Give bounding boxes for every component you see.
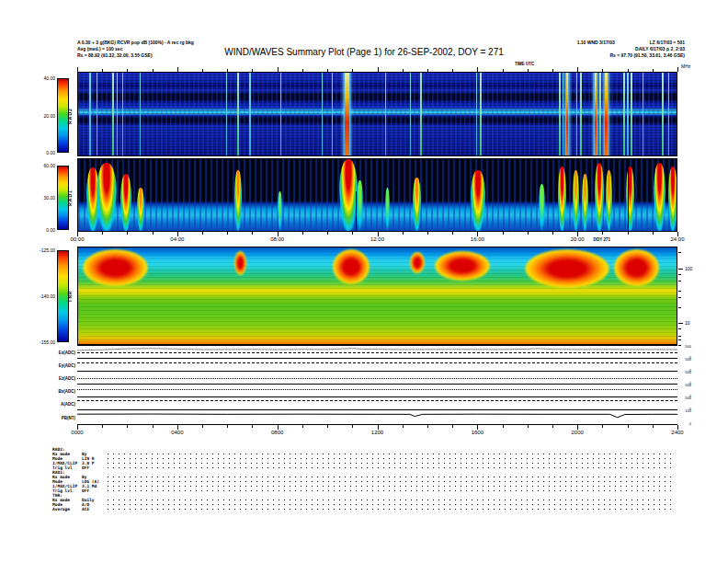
legend-row: AverageACE — [52, 507, 676, 511]
hour-tick — [153, 232, 154, 235]
mid-time-axis-labels: DOY 271 00:0004:0008:0012:0016:0020:0024… — [77, 236, 677, 244]
rad2-burst-streak — [580, 73, 582, 155]
rad2-burst-streak — [280, 73, 281, 155]
hour-tick — [352, 425, 353, 428]
legend-dot-leader — [108, 477, 676, 477]
rad2-burst-streak — [332, 73, 333, 155]
hour-tick — [503, 232, 504, 235]
legend-dot-leader — [108, 486, 676, 487]
rad2-burst-streak — [643, 73, 643, 155]
rad1-radio-burst — [582, 174, 588, 231]
rad2-burst-streak — [117, 73, 118, 155]
colorbar-tick-label: 0.00 — [46, 150, 55, 155]
tnr-emission-blob — [525, 249, 609, 288]
rad2-burst-streak — [662, 73, 664, 155]
legend-dot-leader — [108, 458, 676, 459]
rad2-burst-streak — [631, 73, 632, 155]
hour-tick — [302, 232, 303, 235]
rad2-burst-streak — [627, 73, 629, 155]
processing-info-line1: A 0.30 + 3 g(BKG) RCVR pop dB (100%) - A… — [77, 40, 194, 46]
rad1-radio-burst — [137, 188, 144, 231]
rad2-burst-streak — [476, 73, 477, 155]
strip-panel-6: PB(NT)1000 — [77, 409, 677, 425]
hour-tick — [503, 425, 504, 428]
freq-tick — [678, 339, 681, 340]
strip-trace — [77, 410, 677, 424]
legend-dot-leader — [108, 509, 676, 510]
time-tick-label: 08:00 — [270, 236, 284, 242]
rad1-radio-burst — [595, 163, 604, 231]
time-tick-label: 16:00 — [471, 236, 484, 242]
rad2-burst-streak — [122, 73, 123, 155]
legend-dot-leader — [108, 463, 676, 464]
rad2-burst-streak — [322, 73, 323, 155]
strip-panel-label: A(ADC) — [42, 401, 75, 406]
rad2-burst-streak — [226, 73, 227, 155]
threshold-line — [77, 378, 677, 379]
legend-dot-leader — [108, 500, 676, 500]
rad2-burst-streak — [563, 73, 563, 155]
hour-tick — [602, 425, 603, 428]
time-axis-title: TIME UTC — [515, 62, 534, 66]
spacecraft-position-end: Rs = 97.70 (91.50, 33.61, 3.46 GSE) — [577, 52, 685, 59]
rad1-radio-burst — [413, 178, 421, 232]
legend-dot-leader — [108, 490, 676, 491]
time-tick-label: 20:00 — [571, 236, 585, 242]
hour-tick — [202, 425, 203, 428]
colorbar-tick-label: 0.00 — [46, 227, 55, 233]
freq-tick — [678, 297, 681, 298]
hour-tick — [528, 232, 529, 235]
rad2-burst-streak — [140, 73, 141, 155]
hour-tick — [252, 425, 253, 428]
daily-info: DAILY 6/17/03 p 2, 2:03 — [577, 46, 685, 52]
threshold-line — [77, 389, 677, 390]
rad1-radio-burst — [606, 170, 612, 231]
freq-tick — [678, 274, 681, 275]
rad2-burst-streak — [385, 73, 386, 155]
rad1-radio-burst — [120, 174, 131, 231]
rad2-spectrogram — [77, 72, 677, 156]
tnr-emission-blob — [234, 251, 247, 275]
colorbar-tick-label: 30.00 — [43, 195, 55, 201]
rad1-radio-burst — [339, 159, 358, 231]
processing-info-line2: Avg (med.) = 100 sec — [77, 46, 194, 52]
hour-tick — [352, 232, 353, 235]
tnr-emission-blob — [614, 249, 659, 286]
legend-row-value: ACE — [82, 507, 108, 511]
legend-dot-leader — [108, 467, 676, 468]
frequency-unit-label: MHz — [681, 63, 690, 69]
time-tick-label: 04:00 — [170, 236, 184, 242]
rad2-colorbar: 40.00 20.00 0.00 RAD2 — [31, 78, 75, 153]
bottom-tick-label: 1200 — [371, 430, 383, 435]
rad1-panel-label: RAD1 — [67, 190, 73, 206]
rad2-panel-label: RAD2 — [67, 108, 73, 124]
hour-tick — [327, 425, 328, 428]
bottom-tick-label: 0400 — [171, 430, 183, 435]
rad2-burst-streak — [249, 73, 251, 155]
bottom-tick-label: 2400 — [671, 430, 683, 435]
rad2-burst-streak — [623, 73, 625, 155]
rad1-radio-burst — [558, 167, 566, 231]
receiver-settings-legend: RAD2:Rx modeByModeLIN R1/MAX/CLIP3.8 PTr… — [52, 447, 676, 511]
freq-tick — [678, 269, 683, 270]
strip-scale-max: 500 — [685, 357, 691, 362]
rad1-spectrogram — [77, 158, 677, 232]
rad2-burst-streak — [97, 73, 97, 155]
tnr-panel-label: TNR — [67, 290, 73, 302]
hour-tick — [552, 425, 553, 428]
rad2-burst-streak — [420, 73, 422, 155]
legend-row-label: Average — [52, 507, 82, 511]
strip-panel-5: A(ADC)5000 — [77, 396, 677, 409]
colorbar-tick-label: 60.00 — [43, 163, 55, 168]
freq-tick — [678, 252, 681, 253]
threshold-line — [77, 400, 677, 401]
hour-tick — [127, 232, 128, 235]
strip-chart-panels: Ex(ADC)5000Ey(ADC)5000Ez(ADC)5000Bx(ADC)… — [77, 345, 677, 425]
hour-tick — [602, 232, 603, 235]
strip-scale-max: 100 — [685, 408, 691, 413]
strip-panel-label: Bx(ADC) — [42, 388, 75, 393]
rad1-radio-burst — [573, 170, 579, 231]
rad2-burst-streak — [345, 73, 349, 155]
legend-dot-leader — [108, 504, 676, 505]
strip-panel-3: Ez(ADC)5000 — [77, 371, 677, 384]
